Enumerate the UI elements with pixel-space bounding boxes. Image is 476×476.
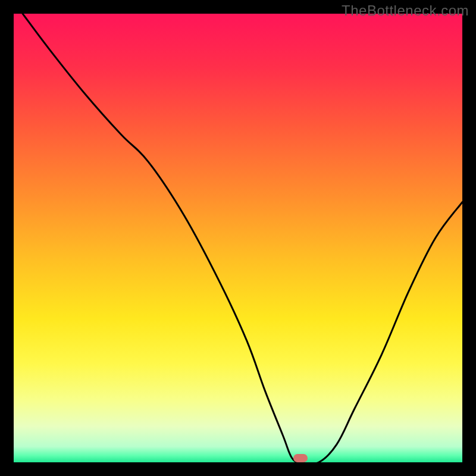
chart-svg xyxy=(14,14,462,462)
chart-plot-area xyxy=(14,14,462,462)
optimal-point-marker xyxy=(293,454,308,462)
chart-background-gradient xyxy=(14,14,462,462)
watermark-text: TheBottleneck.com xyxy=(342,2,469,19)
chart-frame: TheBottleneck.com xyxy=(0,0,476,476)
